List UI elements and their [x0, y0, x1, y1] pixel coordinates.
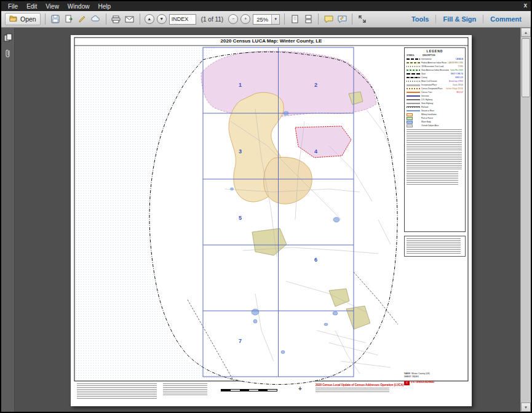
highlight-comment-icon[interactable] — [336, 14, 347, 25]
scrolling-view-icon[interactable] — [303, 14, 314, 25]
zoom-value: 25% — [253, 16, 271, 23]
legend-label: Off-Reservation Trust Land — [421, 65, 456, 68]
area-swatch — [407, 121, 413, 124]
legend-example: CANADA — [455, 58, 463, 60]
boundary-symbol — [407, 62, 420, 63]
print-icon[interactable] — [111, 14, 122, 25]
toolbar-divider — [483, 15, 483, 23]
legend-label: State — [421, 73, 450, 75]
attachments-paperclip-icon[interactable] — [3, 49, 13, 58]
menu-bar: File Edit View Window Help x — [1, 1, 531, 11]
boundary-symbol — [407, 81, 420, 82]
legend-example: L'ANSE RES 1880 — [448, 62, 463, 64]
page-number-input[interactable] — [169, 14, 196, 25]
sheet-number: 5 — [239, 215, 242, 221]
legend-example: NEW YORK 36 — [451, 73, 463, 75]
sticky-note-icon[interactable] — [323, 14, 334, 25]
menu-window[interactable]: Window — [63, 3, 94, 10]
scale-bar — [221, 389, 277, 391]
area-swatch — [407, 113, 413, 116]
zoom-in-button[interactable]: + — [240, 14, 250, 24]
legend-example: Bristol twp 07852 — [449, 80, 463, 82]
vertical-scrollbar[interactable]: ▲ ▼ — [520, 28, 531, 412]
legend-label: Water Body — [421, 121, 463, 123]
sheet-number: 7 — [239, 338, 242, 344]
toolbar-divider — [318, 14, 319, 25]
single-page-view-icon[interactable] — [289, 14, 300, 25]
folder-open-icon — [9, 14, 18, 25]
zoom-out-button[interactable]: − — [228, 14, 238, 24]
toolbar-divider — [140, 14, 140, 25]
menu-edit[interactable]: Edit — [22, 3, 41, 10]
road-symbol — [407, 95, 420, 97]
legend-label: International — [421, 58, 454, 60]
sheet-number: 2 — [314, 82, 317, 88]
zoom-level-select[interactable]: 25% ▼ — [253, 14, 280, 25]
window-close-button[interactable]: x — [523, 2, 527, 9]
legend-example: Incline Village 35100 — [446, 87, 463, 90]
menu-view[interactable]: View — [41, 3, 63, 10]
export-page-icon[interactable] — [63, 14, 74, 25]
legend-label: Census Tract — [421, 91, 455, 94]
boundary-symbol — [407, 77, 420, 78]
toolbar-divider — [284, 14, 285, 25]
footer-notes-left — [77, 383, 157, 399]
legend-label: Incorporated Place — [421, 84, 451, 86]
scroll-up-icon[interactable]: ▲ — [521, 28, 531, 37]
menu-help[interactable]: Help — [93, 3, 115, 10]
boundary-symbol — [407, 92, 420, 93]
legend-notes-paragraph — [407, 171, 458, 185]
acrobat-window: File Edit View Window Help x Open — [0, 0, 532, 413]
map-name-block: NAME: Winter County (LE) SHEET: INDEX C … — [404, 372, 467, 385]
footer-fineprint — [316, 388, 389, 393]
legend-notes-paragraph — [407, 129, 462, 150]
north-arrow-icon: + — [298, 385, 302, 392]
legend-label: County — [421, 76, 454, 79]
road-symbol — [407, 103, 420, 104]
legend-label: Railroad — [421, 106, 463, 108]
tab-fill-sign[interactable]: Fill & Sign — [437, 15, 482, 23]
navigation-pane-strip — [1, 28, 15, 412]
pdf-page: 1 2 3 4 5 6 7 2020 Census LUCA Map: Wint… — [71, 35, 472, 406]
toolbar-divider — [352, 14, 352, 25]
toolbar-divider — [45, 14, 46, 25]
boundary-symbol — [407, 88, 420, 89]
legend-label: Interstate — [421, 95, 463, 97]
legend-example: ERIE 029 — [455, 76, 463, 79]
scrollbar-thumb[interactable] — [522, 38, 530, 97]
legend-label: Federal American Indian Reservation — [421, 62, 447, 64]
previous-page-button[interactable]: ▲ — [145, 14, 154, 24]
legend-label: Outside Subject Area — [421, 124, 463, 127]
tab-tools[interactable]: Tools — [406, 15, 435, 23]
page-thumbnails-icon[interactable] — [3, 33, 13, 42]
toolbar-divider — [106, 14, 106, 25]
footer-notes-mid — [163, 383, 207, 396]
railroad-symbol — [407, 106, 420, 108]
chevron-down-icon[interactable]: ▼ — [271, 15, 279, 24]
legend-headers: SYMBOL DESCRIPTION — [407, 54, 463, 57]
stream-symbol — [407, 110, 420, 111]
toolbar-right-tabs: Tools Fill & Sign Comment — [406, 15, 527, 23]
next-page-button[interactable]: ▼ — [157, 14, 167, 24]
legend-header-description: DESCRIPTION — [423, 54, 463, 57]
census-logo-text: U.S. CENSUS BUREAU — [411, 381, 434, 384]
scroll-down-icon[interactable]: ▼ — [521, 403, 531, 412]
open-button[interactable]: Open — [5, 13, 41, 25]
luca-title: 2020 Census Local Update of Census Addre… — [316, 383, 407, 387]
boundary-symbol — [407, 58, 420, 60]
page-count-label: (1 of 11) — [201, 16, 224, 23]
toolbar-divider — [435, 15, 436, 23]
menu-file[interactable]: File — [4, 3, 22, 10]
save-icon[interactable] — [50, 14, 61, 25]
tab-comment[interactable]: Comment — [485, 15, 527, 23]
document-workspace: 1 2 3 4 5 6 7 2020 Census LUCA Map: Wint… — [1, 28, 531, 412]
email-icon[interactable] — [124, 14, 135, 25]
cloud-icon[interactable] — [90, 14, 101, 25]
footer-operation-title: 2020 Census Local Update of Census Addre… — [316, 383, 407, 393]
sign-pencil-icon[interactable] — [77, 14, 88, 25]
area-swatch — [407, 124, 413, 127]
open-label: Open — [20, 15, 36, 23]
legend-notes-paragraph — [407, 152, 462, 169]
fullscreen-icon[interactable] — [357, 14, 368, 25]
legend-label: Census Designated Place — [421, 87, 445, 90]
